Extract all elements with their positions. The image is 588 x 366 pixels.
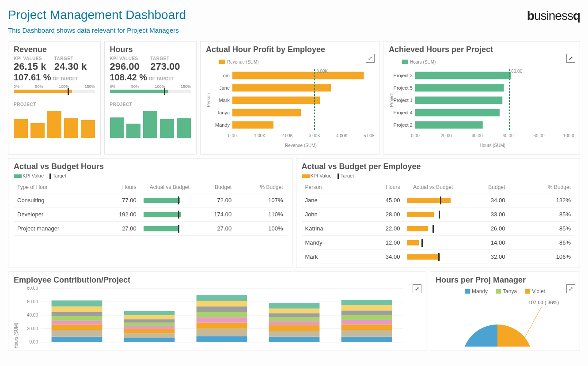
table-row[interactable]: Developer192.00174.00110% — [14, 208, 287, 222]
svg-text:4.00K: 4.00K — [336, 133, 348, 138]
kpi-revenue-title: Revenue — [14, 45, 95, 54]
expand-icon[interactable]: ⤢ — [566, 54, 575, 63]
svg-rect-61 — [52, 301, 102, 307]
svg-rect-85 — [269, 303, 320, 309]
kpi-revenue-sparkbars — [14, 111, 95, 138]
hour-profit-title: Actual Hour Profit by Employee — [206, 45, 374, 54]
svg-rect-32 — [415, 121, 483, 129]
svg-text:5.00K: 5.00K — [364, 133, 374, 138]
svg-rect-10 — [232, 121, 273, 129]
avb-emp-legend: KPI Value Target — [302, 173, 575, 179]
kpi-revenue-target: 24.30 k — [54, 61, 95, 72]
svg-text:3.00K: 3.00K — [316, 69, 328, 74]
hour-profit-card: Actual Hour Profit by Employee ⤢ Revenue… — [200, 41, 379, 155]
svg-text:40.00: 40.00 — [471, 133, 482, 138]
svg-rect-82 — [269, 317, 320, 321]
svg-rect-91 — [341, 310, 392, 315]
table-row[interactable]: Mandy12.0014.0086% — [302, 236, 575, 250]
contribution-ylabel: Hours (SUM) — [14, 323, 19, 348]
svg-text:Project 2: Project 2 — [394, 122, 413, 128]
header: Project Management Dashboard This Dashbo… — [8, 5, 580, 41]
svg-rect-69 — [124, 311, 175, 315]
svg-rect-89 — [341, 320, 392, 325]
svg-rect-88 — [341, 324, 392, 330]
svg-text:Project 1: Project 1 — [394, 98, 413, 103]
svg-rect-84 — [269, 309, 320, 313]
avb-hours-card: Actual vs Budget Hours KPI Value Target … — [8, 158, 292, 268]
svg-text:20.00: 20.00 — [440, 133, 451, 138]
contribution-title: Employee Contribution/Project — [14, 275, 421, 285]
svg-text:107.00 ( 36%): 107.00 ( 36%) — [528, 300, 559, 305]
svg-text:Project 5: Project 5 — [394, 85, 413, 91]
table-row[interactable]: Consulting77.0072.00107% — [14, 193, 287, 208]
svg-text:60.00: 60.00 — [27, 299, 38, 304]
svg-text:Tom: Tom — [220, 73, 230, 78]
svg-rect-83 — [269, 313, 320, 317]
svg-rect-65 — [124, 326, 175, 329]
svg-text:Project 3: Project 3 — [394, 73, 413, 78]
svg-rect-76 — [197, 301, 247, 306]
svg-text:3.00K: 3.00K — [309, 133, 320, 138]
svg-rect-4 — [232, 84, 331, 92]
svg-rect-75 — [197, 306, 247, 312]
svg-text:Revenue (SUM): Revenue (SUM) — [285, 143, 317, 148]
svg-rect-70 — [197, 336, 247, 342]
svg-text:Jane: Jane — [219, 85, 230, 91]
kpi-hours-pct: 108.42 % — [110, 72, 148, 82]
svg-rect-28 — [415, 97, 502, 104]
expand-icon[interactable]: ⤢ — [366, 54, 375, 63]
achieved-hours-chart: Hours (SUM)Project 3Project 5Project 1Pr… — [389, 56, 574, 149]
table-row[interactable]: Mark34.0032.00106% — [302, 250, 575, 264]
svg-text:80.00: 80.00 — [533, 133, 544, 138]
kpi-hours-sparkbars — [110, 111, 191, 138]
page-subtitle: This Dashboard shows data relevant for P… — [8, 26, 186, 34]
svg-rect-87 — [341, 330, 392, 337]
svg-rect-64 — [124, 329, 175, 333]
svg-text:100.00: 100.00 — [563, 133, 574, 138]
table-row[interactable]: Project manager27.0027.00100% — [14, 222, 287, 236]
svg-rect-90 — [341, 315, 392, 320]
svg-rect-6 — [232, 97, 320, 104]
avb-emp-card: Actual vs Budget per Employee KPI Value … — [296, 158, 580, 268]
kpi-hours-target: 273.00 — [150, 61, 191, 72]
svg-rect-68 — [124, 315, 175, 319]
expand-icon[interactable]: ⤢ — [413, 284, 421, 293]
svg-text:0.00: 0.00 — [228, 133, 237, 138]
kpi-hours-title: Hours — [110, 45, 191, 54]
hour-profit-chart: Revenue (SUM)TomJaneMarkTanyaMandy3.00K0… — [206, 56, 374, 149]
svg-rect-22 — [402, 60, 408, 64]
hours-pm-legend: MandyTanyaViolet — [436, 288, 574, 294]
svg-text:Mandy: Mandy — [215, 122, 230, 128]
svg-rect-92 — [341, 305, 392, 310]
expand-icon[interactable]: ⤢ — [566, 284, 575, 293]
svg-text:Hours (SUM): Hours (SUM) — [480, 143, 505, 148]
svg-text:80.00: 80.00 — [27, 287, 38, 291]
svg-text:Tanya: Tanya — [217, 110, 230, 115]
table-row[interactable]: John28.0033.0085% — [302, 208, 575, 222]
svg-rect-24 — [415, 72, 511, 79]
svg-rect-77 — [197, 295, 247, 301]
svg-rect-26 — [415, 84, 504, 92]
table-row[interactable]: Katrina22.0026.0085% — [302, 222, 575, 236]
hours-pm-title: Hours per Proj Manager — [436, 275, 574, 285]
svg-rect-78 — [269, 337, 320, 342]
svg-text:40.00: 40.00 — [27, 313, 38, 317]
svg-text:1.00K: 1.00K — [254, 133, 266, 138]
svg-rect-54 — [52, 337, 102, 342]
svg-rect-67 — [124, 319, 175, 323]
svg-text:Person: Person — [206, 93, 211, 107]
svg-rect-74 — [197, 312, 247, 317]
svg-text:0.00: 0.00 — [30, 340, 38, 344]
svg-text:20.00: 20.00 — [27, 326, 38, 331]
svg-rect-30 — [415, 109, 500, 117]
table-row[interactable]: Jane45.0034.00132% — [302, 193, 575, 208]
svg-rect-71 — [197, 329, 247, 336]
kpi-hours-card: Hours KPI VALUES296.00 TARGET273.00 108.… — [104, 41, 197, 155]
svg-text:Revenue (SUM): Revenue (SUM) — [227, 60, 259, 64]
svg-rect-93 — [341, 300, 392, 305]
svg-rect-63 — [124, 333, 175, 338]
svg-rect-73 — [197, 317, 247, 323]
contribution-card: Employee Contribution/Project ⤢ Hours (S… — [8, 272, 426, 351]
kpi-hours-value: 296.00 — [110, 61, 151, 72]
svg-rect-0 — [219, 60, 225, 64]
